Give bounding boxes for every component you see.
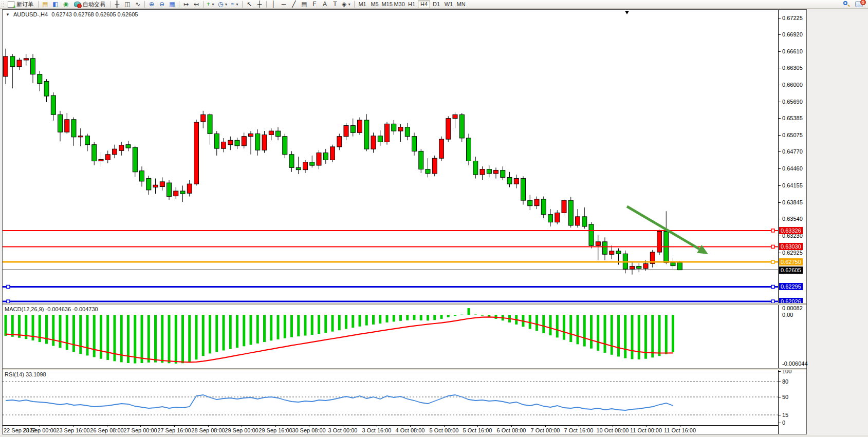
dropdown-caret-icon[interactable]: ▼ xyxy=(347,3,351,6)
candle-body-up[interactable] xyxy=(99,159,103,161)
price-ax[interactable]: 0.672250.669200.666100.663050.660000.656… xyxy=(778,10,806,434)
line-handle[interactable] xyxy=(7,285,10,288)
rsi-canvas[interactable] xyxy=(3,370,778,425)
candle-body-down[interactable] xyxy=(568,200,573,225)
symbol-dropdown-icon[interactable]: ▼ xyxy=(6,12,10,17)
candle-body-down[interactable] xyxy=(208,115,212,134)
candle-body-down[interactable] xyxy=(146,179,151,190)
candle-body-up[interactable] xyxy=(453,115,457,118)
candle-body-down[interactable] xyxy=(51,96,56,115)
candle-body-up[interactable] xyxy=(385,124,390,142)
candle-body-down[interactable] xyxy=(412,137,417,151)
candle-body-up[interactable] xyxy=(201,115,206,122)
candle-body-up[interactable] xyxy=(187,184,192,193)
candle-body-down[interactable] xyxy=(528,200,532,206)
candle-body-down[interactable] xyxy=(296,167,301,169)
trend-arrow[interactable] xyxy=(627,206,699,249)
candle-body-down[interactable] xyxy=(616,251,621,254)
candle-body-down[interactable] xyxy=(487,169,491,174)
line-handle[interactable] xyxy=(771,260,774,263)
tile-windows-button[interactable]: ▦ xyxy=(167,0,177,8)
candle-body-down[interactable] xyxy=(521,179,526,201)
candle-body-down[interactable] xyxy=(507,177,512,184)
candle-body-down[interactable] xyxy=(214,134,219,148)
navigator-button[interactable]: ◉ xyxy=(61,0,71,8)
timeframe-MN-button[interactable]: MN xyxy=(455,1,467,8)
chat-icon[interactable]: 1 xyxy=(855,1,863,7)
candle-body-up[interactable] xyxy=(153,185,158,187)
candle-body-down[interactable] xyxy=(473,161,478,175)
candle-body-up[interactable] xyxy=(534,199,539,206)
candle-body-up[interactable] xyxy=(17,60,22,67)
candle-body-down[interactable] xyxy=(31,59,35,74)
candle-body-down[interactable] xyxy=(501,170,505,178)
timeframe-H4-button[interactable]: H4 xyxy=(418,1,430,8)
dropdown-caret-icon[interactable]: ▼ xyxy=(224,3,228,6)
candle-body-up[interactable] xyxy=(242,137,246,146)
candle-body-down[interactable] xyxy=(71,120,76,137)
candle-body-down[interactable] xyxy=(459,115,464,138)
timeframe-M5-button[interactable]: M5 xyxy=(368,1,381,8)
candle-body-down[interactable] xyxy=(350,126,355,133)
timeframe-W1-button[interactable]: W1 xyxy=(442,1,455,8)
candle-body-up[interactable] xyxy=(262,135,267,150)
label-button[interactable]: T xyxy=(330,0,340,8)
candle-body-up[interactable] xyxy=(4,56,8,77)
candle-body-up[interactable] xyxy=(113,149,117,155)
candle-body-up[interactable] xyxy=(610,251,614,254)
candle-body-down[interactable] xyxy=(677,262,682,270)
vertical-line-button[interactable]: │ xyxy=(268,0,279,8)
horizontal-line-button[interactable]: ─ xyxy=(279,0,289,8)
candle-body-up[interactable] xyxy=(65,120,69,132)
candle-body-up[interactable] xyxy=(576,217,580,225)
candle-body-up[interactable] xyxy=(446,119,451,139)
line-handle[interactable] xyxy=(771,245,774,248)
candle-body-down[interactable] xyxy=(548,215,553,222)
candle-body-down[interactable] xyxy=(167,183,172,197)
candle-body-up[interactable] xyxy=(643,263,648,269)
dropdown-caret-icon[interactable]: ▼ xyxy=(211,3,215,6)
market-watch-button[interactable]: ▤ xyxy=(40,0,50,8)
line-chart-button[interactable]: ∿ xyxy=(133,0,143,8)
candlestick-chart-button[interactable]: ◫ xyxy=(122,0,133,8)
auto-scroll-button[interactable]: ↦ xyxy=(181,0,191,8)
crosshair-button[interactable]: ┼ xyxy=(254,0,265,8)
candle-body-down[interactable] xyxy=(419,151,423,169)
line-handle[interactable] xyxy=(771,229,774,232)
candle-body-up[interactable] xyxy=(480,169,485,175)
candle-body-up[interactable] xyxy=(439,139,444,158)
candle-body-down[interactable] xyxy=(133,147,137,172)
candle-body-up[interactable] xyxy=(358,120,362,132)
dropdown-caret-icon[interactable]: ▼ xyxy=(235,3,239,6)
candle-body-down[interactable] xyxy=(405,127,410,137)
candle-body-up[interactable] xyxy=(514,179,519,184)
cursor-button[interactable]: ↖ xyxy=(244,0,254,8)
candle-body-up[interactable] xyxy=(555,213,560,222)
candle-body-up[interactable] xyxy=(562,200,566,213)
search-icon[interactable] xyxy=(843,1,850,8)
pane-separator[interactable] xyxy=(3,368,806,370)
candle-body-down[interactable] xyxy=(541,199,546,215)
candle-body-up[interactable] xyxy=(657,232,662,252)
candle-body-down[interactable] xyxy=(235,140,239,146)
candle-body-up[interactable] xyxy=(221,142,226,148)
candle-body-down[interactable] xyxy=(126,145,131,148)
candle-body-down[interactable] xyxy=(180,191,185,194)
indicators-button[interactable]: + ▼ xyxy=(205,0,216,8)
bar-chart-button[interactable]: ╫ xyxy=(112,0,122,8)
candle-body-down[interactable] xyxy=(589,224,594,245)
data-window-button[interactable]: ◧ xyxy=(50,0,61,8)
timeframe-D1-button[interactable]: D1 xyxy=(430,1,442,8)
timeframe-H1-button[interactable]: H1 xyxy=(405,1,418,8)
auto-trading-button[interactable]: 自动交易 xyxy=(71,0,108,8)
pane-separator[interactable] xyxy=(3,303,806,305)
candle-body-down[interactable] xyxy=(467,138,471,161)
candle-body-down[interactable] xyxy=(378,136,382,142)
candle-body-up[interactable] xyxy=(317,153,321,165)
fibonacci-button[interactable]: F xyxy=(309,0,320,8)
candle-body-down[interactable] xyxy=(283,137,287,155)
candle-body-down[interactable] xyxy=(426,169,430,174)
candle-body-down[interactable] xyxy=(140,171,144,181)
candle-body-up[interactable] xyxy=(344,126,348,137)
candle-body-down[interactable] xyxy=(637,267,641,269)
